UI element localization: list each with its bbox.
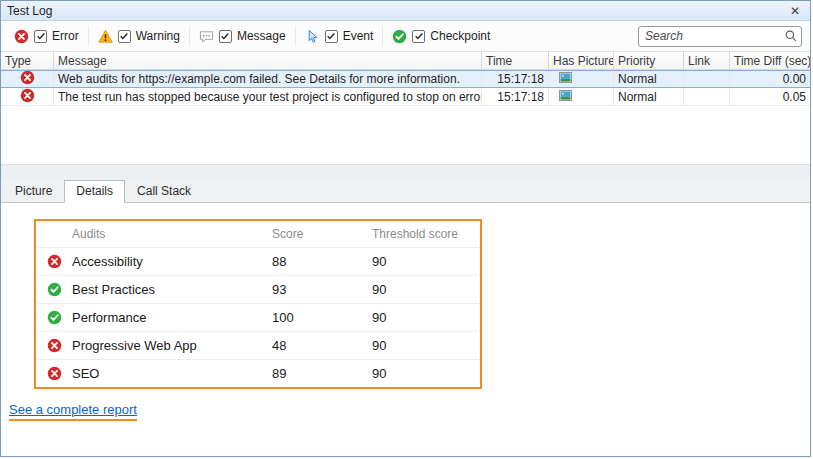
filter-message-label: Message bbox=[237, 29, 286, 43]
column-header-time-diff[interactable]: Time Diff (sec) bbox=[730, 52, 810, 69]
report-link[interactable]: See a complete report bbox=[9, 402, 137, 417]
column-header-type[interactable]: Type bbox=[1, 52, 54, 69]
audit-row: Accessibility 88 90 bbox=[36, 247, 480, 275]
row-type-cell bbox=[1, 88, 54, 105]
row-time: 15:17:18 bbox=[482, 88, 549, 105]
picture-icon[interactable] bbox=[559, 90, 572, 104]
row-priority: Normal bbox=[614, 88, 684, 105]
audit-threshold: 90 bbox=[372, 282, 480, 297]
filter-checkpoint-label: Checkpoint bbox=[430, 29, 490, 43]
error-icon bbox=[20, 71, 35, 87]
log-table-header: Type Message Time Has Picture Priority L… bbox=[1, 52, 810, 70]
row-message: Web audits for https://example.com faile… bbox=[54, 71, 482, 87]
picture-icon[interactable] bbox=[559, 72, 572, 86]
audit-row: SEO 89 90 bbox=[36, 359, 480, 387]
filter-error[interactable]: Error bbox=[5, 21, 88, 51]
row-time: 15:17:18 bbox=[482, 71, 549, 87]
row-picture-cell bbox=[549, 71, 614, 87]
details-tabbar: Picture Details Call Stack bbox=[1, 180, 810, 203]
window-title: Test Log bbox=[7, 4, 52, 18]
audit-score: 93 bbox=[272, 282, 372, 297]
row-time-diff: 0.00 bbox=[730, 71, 810, 87]
column-header-time[interactable]: Time bbox=[482, 52, 549, 69]
panel-splitter[interactable] bbox=[1, 164, 810, 180]
row-picture-cell bbox=[549, 88, 614, 105]
filter-toolbar: Error Warning Message Event Checkpoint bbox=[1, 21, 810, 52]
filter-message[interactable]: Message bbox=[190, 21, 295, 51]
close-icon[interactable]: ✕ bbox=[786, 3, 804, 19]
error-checkbox[interactable] bbox=[34, 30, 47, 43]
column-header-has-picture[interactable]: Has Picture bbox=[549, 52, 614, 69]
checkpoint-checkbox[interactable] bbox=[412, 30, 425, 43]
passed-icon bbox=[36, 282, 72, 297]
titlebar: Test Log ✕ bbox=[1, 1, 810, 21]
checkpoint-icon bbox=[392, 29, 407, 44]
tab-picture[interactable]: Picture bbox=[3, 180, 64, 203]
audit-score: 89 bbox=[272, 366, 372, 381]
warning-checkbox[interactable] bbox=[118, 30, 131, 43]
log-row[interactable]: The test run has stopped because your te… bbox=[1, 88, 810, 106]
audit-threshold: 90 bbox=[372, 254, 480, 269]
filter-event-label: Event bbox=[343, 29, 374, 43]
row-link bbox=[684, 71, 730, 87]
column-header-message[interactable]: Message bbox=[54, 52, 482, 69]
row-link bbox=[684, 88, 730, 105]
audits-table: Audits Score Threshold score Accessibili… bbox=[34, 219, 482, 389]
warning-icon bbox=[98, 29, 113, 44]
audit-name: Progressive Web App bbox=[72, 338, 272, 353]
event-cursor-icon bbox=[305, 29, 320, 44]
audit-row: Progressive Web App 48 90 bbox=[36, 331, 480, 359]
log-empty-area bbox=[1, 106, 810, 164]
column-header-link[interactable]: Link bbox=[684, 52, 730, 69]
error-icon bbox=[36, 338, 72, 353]
audit-score: 48 bbox=[272, 338, 372, 353]
event-checkbox[interactable] bbox=[325, 30, 338, 43]
tab-details[interactable]: Details bbox=[64, 180, 125, 203]
audit-name: Accessibility bbox=[72, 254, 272, 269]
log-row[interactable]: Web audits for https://example.com faile… bbox=[1, 70, 810, 88]
audit-threshold: 90 bbox=[372, 366, 480, 381]
column-header-priority[interactable]: Priority bbox=[614, 52, 684, 69]
audit-threshold: 90 bbox=[372, 310, 480, 325]
row-priority: Normal bbox=[614, 71, 684, 87]
error-icon bbox=[14, 29, 29, 44]
message-checkbox[interactable] bbox=[219, 30, 232, 43]
filter-event[interactable]: Event bbox=[296, 21, 383, 51]
test-log-window: Test Log ✕ Error Warning Message Event bbox=[0, 0, 811, 457]
search-box bbox=[638, 26, 802, 47]
audit-name: SEO bbox=[72, 366, 272, 381]
details-panel: Audits Score Threshold score Accessibili… bbox=[1, 203, 810, 456]
audits-header-row: Audits Score Threshold score bbox=[36, 221, 480, 247]
error-icon bbox=[36, 366, 72, 381]
error-icon bbox=[36, 254, 72, 269]
filter-error-label: Error bbox=[52, 29, 79, 43]
filter-checkpoint[interactable]: Checkpoint bbox=[383, 21, 499, 51]
passed-icon bbox=[36, 310, 72, 325]
error-icon bbox=[20, 88, 35, 105]
audit-name: Best Practices bbox=[72, 282, 272, 297]
audit-name: Performance bbox=[72, 310, 272, 325]
row-time-diff: 0.05 bbox=[730, 88, 810, 105]
search-input[interactable] bbox=[639, 29, 781, 43]
row-message: The test run has stopped because your te… bbox=[54, 88, 482, 105]
audits-column-score: Score bbox=[272, 227, 372, 241]
filter-warning[interactable]: Warning bbox=[89, 21, 189, 51]
report-link-highlight: See a complete report bbox=[9, 402, 137, 421]
audit-row: Best Practices 93 90 bbox=[36, 275, 480, 303]
filter-warning-label: Warning bbox=[136, 29, 180, 43]
audit-score: 100 bbox=[272, 310, 372, 325]
audit-row: Performance 100 90 bbox=[36, 303, 480, 331]
message-icon bbox=[199, 29, 214, 44]
search-icon[interactable] bbox=[781, 29, 801, 43]
audit-score: 88 bbox=[272, 254, 372, 269]
audits-column-threshold: Threshold score bbox=[372, 227, 480, 241]
tab-call-stack[interactable]: Call Stack bbox=[125, 180, 203, 203]
audit-threshold: 90 bbox=[372, 338, 480, 353]
audits-column-audits: Audits bbox=[72, 227, 272, 241]
row-type-cell bbox=[1, 71, 54, 87]
